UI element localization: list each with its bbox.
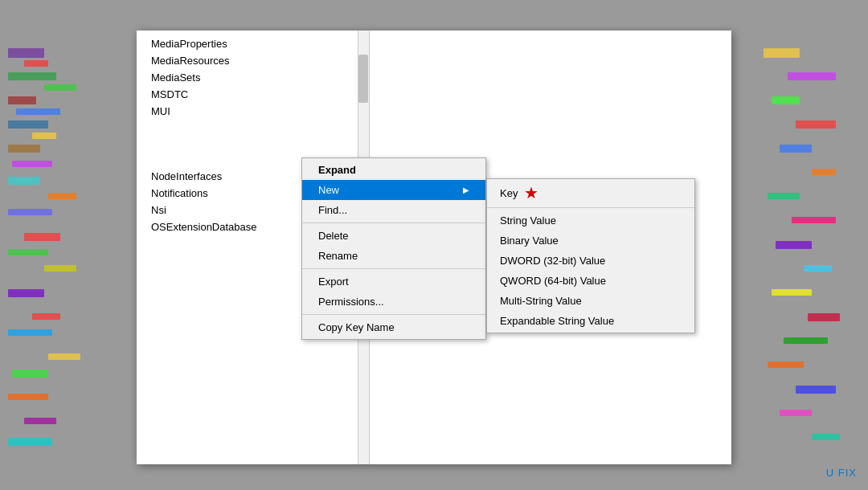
svg-rect-18 [32,313,60,320]
svg-rect-13 [8,209,52,215]
submenu-item-qword-value[interactable]: QWORD (64-bit) Value [487,271,694,291]
submenu-separator [487,207,694,208]
svg-rect-23 [24,418,56,424]
submenu-item-key[interactable]: Key ★ [487,181,694,205]
svg-rect-31 [768,193,800,199]
svg-rect-20 [48,353,80,360]
svg-rect-8 [16,108,60,115]
watermark: U FIX [826,467,857,479]
separator-3 [302,314,485,315]
svg-rect-12 [48,193,76,199]
svg-rect-27 [772,96,800,104]
svg-rect-10 [12,161,52,167]
svg-rect-41 [812,434,840,440]
tree-item-mui[interactable]: MUI [137,103,369,120]
svg-rect-14 [24,233,60,241]
svg-rect-15 [8,249,48,255]
submenu-item-dword-value[interactable]: DWORD (32-bit) Value [487,251,694,271]
svg-rect-11 [8,177,40,185]
svg-rect-17 [8,289,44,297]
menu-item-export[interactable]: Export [302,272,485,292]
separator-2 [302,268,485,269]
star-icon: ★ [524,185,538,201]
submenu-item-multi-string[interactable]: Multi-String Value [487,291,694,311]
svg-rect-39 [796,386,836,394]
svg-rect-22 [8,394,48,400]
tree-item-mediaproperties[interactable]: MediaProperties [137,35,369,52]
svg-rect-28 [796,120,836,129]
svg-rect-24 [8,438,52,446]
svg-rect-32 [792,217,836,223]
svg-rect-25 [764,48,800,58]
tree-item-msdtc[interactable]: MSDTC [137,86,369,103]
svg-rect-30 [812,169,836,175]
menu-item-rename[interactable]: Rename [302,246,485,266]
svg-rect-7 [44,84,76,91]
submenu-item-expandable-string[interactable]: Expandable String Value [487,311,694,331]
submenu-item-binary-value[interactable]: Binary Value [487,231,694,251]
svg-rect-26 [788,72,836,80]
svg-rect-21 [12,370,48,378]
menu-item-permissions[interactable]: Permissions... [302,292,485,312]
menu-item-delete[interactable]: Delete [302,226,485,246]
svg-rect-34 [804,265,832,272]
registry-window: MediaProperties MediaResources MediaSets… [137,31,731,464]
submenu-arrow-icon: ▶ [463,186,469,194]
menu-item-new[interactable]: New ▶ Key ★ String Value Binary Value DW… [302,180,485,200]
tree-item-mediasets[interactable]: MediaSets [137,69,369,86]
svg-rect-4 [8,120,48,129]
separator-1 [302,223,485,223]
svg-rect-40 [780,410,812,416]
svg-rect-35 [772,289,812,296]
submenu-new[interactable]: Key ★ String Value Binary Value DWORD (3… [486,178,695,333]
tree-item-mediaresources[interactable]: MediaResources [137,52,369,69]
svg-rect-5 [8,145,40,153]
context-menu[interactable]: Expand New ▶ Key ★ String Value Binary V… [301,157,486,340]
svg-rect-37 [784,337,828,344]
svg-rect-3 [8,96,36,104]
svg-rect-2 [8,72,56,80]
submenu-item-string-value[interactable]: String Value [487,210,694,231]
svg-rect-29 [780,145,812,153]
svg-rect-1 [8,48,44,58]
svg-rect-19 [8,329,52,336]
menu-item-find[interactable]: Find... [302,200,485,220]
scrollbar-thumb[interactable] [358,55,368,103]
svg-rect-33 [776,241,812,249]
svg-rect-9 [32,133,56,139]
svg-rect-16 [44,265,76,272]
menu-item-expand[interactable]: Expand [302,160,485,180]
menu-item-copy-key-name[interactable]: Copy Key Name [302,317,485,337]
svg-rect-6 [24,60,48,67]
svg-rect-38 [768,361,804,368]
svg-rect-36 [808,313,840,321]
